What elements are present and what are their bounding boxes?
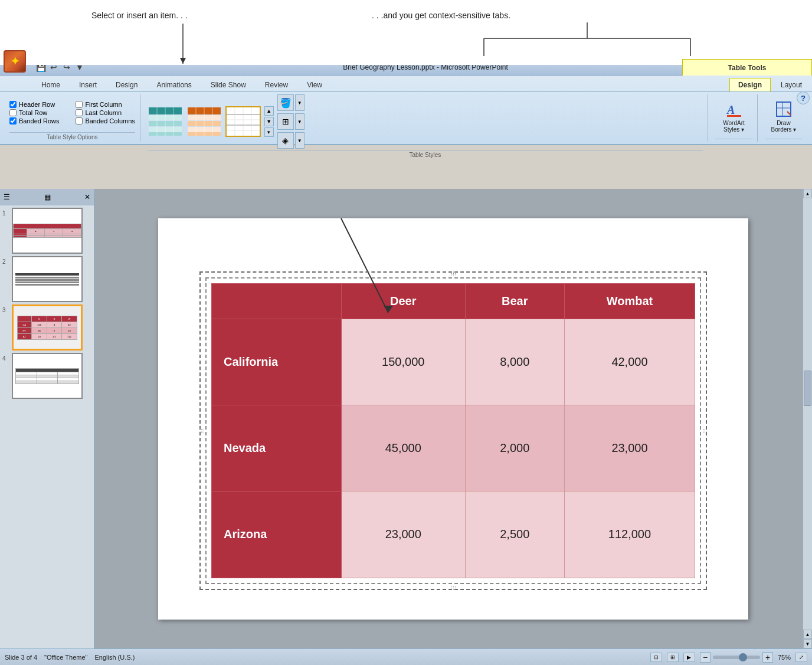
total-row-checkbox[interactable]	[9, 109, 17, 116]
tab-review[interactable]: Review	[256, 78, 297, 91]
orange-style-preview	[188, 107, 221, 136]
header-row-checkbox[interactable]	[9, 101, 17, 108]
arizona-deer: 23,000	[342, 492, 466, 578]
tab-table-layout[interactable]: Layout	[772, 78, 811, 91]
california-deer: 150,000	[342, 319, 466, 405]
banded-columns-label: Banded Columns	[85, 117, 135, 125]
banded-rows-checkbox[interactable]	[9, 117, 17, 125]
tab-view[interactable]: View	[298, 78, 331, 91]
slide-canvas[interactable]: Deer Bear Wombat California 150,000 8,00…	[158, 218, 748, 620]
fill-color-dropdown[interactable]: ▼	[295, 94, 304, 111]
slide-thumbnails: 1 ••• 2	[0, 205, 94, 648]
tab-animations[interactable]: Animations	[148, 78, 200, 91]
zoom-out-button[interactable]: −	[700, 652, 711, 663]
slide-preview-1: •••	[12, 208, 83, 254]
draw-borders-button[interactable]: DrawBorders ▾	[767, 97, 800, 136]
slide-num-2: 2	[2, 258, 9, 265]
slide-panel: ☰ ▦ ✕ 1 ••• 2	[0, 189, 94, 648]
slide-thumb-3[interactable]: 3 D B W CA 150 8 42	[2, 304, 91, 350]
zoom-in-button[interactable]: +	[762, 652, 773, 663]
table-tools-label: Table Tools	[728, 64, 767, 72]
effects-dropdown[interactable]: ▼	[295, 132, 304, 149]
header-row-option[interactable]: Header Row	[9, 101, 68, 108]
fill-color-button[interactable]: 🪣	[277, 94, 294, 111]
main-area: ☰ ▦ ✕ 1 ••• 2	[0, 189, 812, 648]
slide-thumb-4[interactable]: 4	[2, 353, 91, 399]
border-dropdown[interactable]: ▼	[295, 113, 304, 130]
table-styles-scroll: ▲ ▼ ▾	[264, 106, 274, 137]
svg-text:A: A	[726, 103, 735, 116]
table-style-teal[interactable]	[148, 106, 183, 137]
wordart-content: A WordArtStyles ▾	[715, 94, 752, 137]
slide-preview-4	[12, 353, 83, 399]
svg-rect-32	[777, 102, 791, 116]
wordart-group-label	[715, 139, 752, 142]
wordart-styles-button[interactable]: A WordArtStyles ▾	[718, 97, 751, 136]
last-column-checkbox[interactable]	[76, 109, 83, 116]
draw-borders-svg	[774, 100, 793, 119]
scroll-down-button[interactable]: ▼	[803, 639, 812, 648]
scroll-up-button[interactable]: ▲	[803, 189, 812, 198]
normal-view-button[interactable]: ⊡	[650, 653, 662, 662]
banded-rows-option[interactable]: Banded Rows	[9, 117, 68, 125]
style-scroll-up[interactable]: ▲	[264, 106, 274, 116]
ribbon-content: Header Row First Column Total Row Last C…	[0, 92, 812, 144]
tab-slideshow[interactable]: Slide Show	[202, 78, 255, 91]
scroll-track	[803, 198, 812, 630]
tab-table-design[interactable]: Design	[729, 78, 771, 91]
zoom-level: 75%	[778, 654, 791, 661]
slide-thumb-2[interactable]: 2	[2, 256, 91, 302]
office-logo: ✦	[11, 55, 19, 68]
style-scroll-down[interactable]: ▼	[264, 117, 274, 126]
svg-marker-5	[180, 58, 186, 64]
panel-close-button[interactable]: ✕	[84, 193, 90, 201]
total-row-option[interactable]: Total Row	[9, 109, 68, 116]
table-style-options-group: Header Row First Column Total Row Last C…	[5, 94, 140, 142]
effects-button[interactable]: ◈	[277, 132, 294, 149]
vertical-scrollbar: ▲ ▲ ▼	[803, 189, 812, 648]
table-style-orange[interactable]	[186, 106, 222, 137]
table-header-deer: Deer	[342, 283, 466, 319]
first-column-checkbox[interactable]	[76, 101, 83, 108]
tab-insert[interactable]: Insert	[70, 78, 106, 91]
table-styles-label: Table Styles	[148, 150, 703, 159]
status-bar: Slide 3 of 4 "Office Theme" English (U.S…	[0, 648, 812, 665]
table-style-options-content: Header Row First Column Total Row Last C…	[9, 94, 135, 131]
help-button[interactable]: ?	[797, 91, 810, 104]
tab-design[interactable]: Design	[107, 78, 146, 91]
table-header-bear: Bear	[465, 283, 564, 319]
border-button[interactable]: ⊞	[277, 113, 294, 130]
last-column-option[interactable]: Last Column	[76, 109, 135, 116]
slides-icon: ▦	[44, 193, 51, 201]
lines-style-preview	[227, 107, 260, 136]
scroll-thumb[interactable]	[804, 371, 811, 406]
office-button[interactable]: ✦	[4, 50, 26, 73]
slide-sorter-button[interactable]: ⊞	[667, 653, 679, 662]
callout-text2: . . .and you get context-sensitive tabs.	[372, 11, 510, 20]
callout-text1: Select or insert an item. . .	[91, 11, 188, 20]
first-column-option[interactable]: First Column	[76, 101, 135, 108]
last-column-label: Last Column	[85, 109, 122, 116]
scroll-down-button-top[interactable]: ▲	[803, 630, 812, 639]
teal-style-preview	[149, 107, 182, 136]
slide-num-3: 3	[2, 307, 9, 313]
banded-columns-checkbox[interactable]	[76, 117, 83, 125]
language-info: English (U.S.)	[94, 654, 135, 661]
table-styles-content: ▲ ▼ ▾ 🪣 ▼ ⊞ ▼ ◈ ▼	[148, 94, 703, 149]
zoom-thumb[interactable]	[739, 653, 747, 661]
arizona-label: Arizona	[212, 492, 342, 578]
slide-panel-header: ☰ ▦ ✕	[0, 189, 94, 205]
table-tools-bar: Table Tools	[682, 59, 812, 76]
nevada-deer: 45,000	[342, 405, 466, 491]
slideshow-button[interactable]: ▶	[683, 653, 695, 662]
wordart-icon: A	[725, 100, 744, 119]
nevada-label: Nevada	[212, 405, 342, 491]
banded-columns-option[interactable]: Banded Columns	[76, 117, 135, 125]
slide-thumb-1[interactable]: 1 •••	[2, 208, 91, 254]
tab-home[interactable]: Home	[32, 78, 69, 91]
banded-rows-label: Banded Rows	[19, 117, 60, 125]
style-scroll-more[interactable]: ▾	[264, 127, 274, 137]
handle-bottom: ⁝⁝⁝	[451, 585, 456, 591]
table-style-lines[interactable]	[225, 106, 261, 137]
fit-slide-button[interactable]: ⤢	[795, 653, 807, 662]
